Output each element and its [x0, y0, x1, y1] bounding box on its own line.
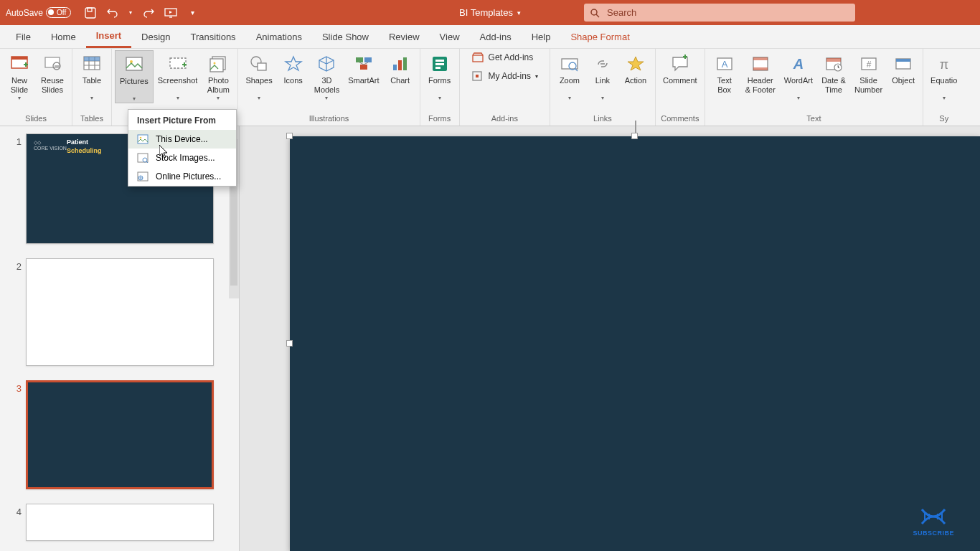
thumbnail-row[interactable]: 2 — [0, 258, 239, 366]
tab-add-ins[interactable]: Add-ins — [470, 25, 522, 48]
redo-icon[interactable] — [143, 6, 156, 19]
screenshot-button[interactable]: Screenshot▾ — [154, 50, 202, 102]
my-addins-button[interactable]: My Add-ins ▾ — [467, 69, 542, 83]
subscribe-badge[interactable]: SUBSCRIBE — [913, 507, 954, 537]
svg-rect-19 — [364, 57, 372, 62]
svg-rect-18 — [356, 57, 363, 62]
dropdown-item-online-pictures[interactable]: Online Pictures... — [128, 167, 236, 186]
document-title[interactable]: BI Templates ▾ — [459, 7, 521, 18]
resize-handle[interactable] — [286, 340, 293, 347]
dropdown-item-this-device[interactable]: This Device... — [128, 130, 236, 149]
table-button[interactable]: Table▾ — [75, 50, 108, 102]
slide-thumbnail[interactable] — [26, 504, 214, 541]
tab-insert[interactable]: Insert — [86, 25, 131, 48]
icons-button[interactable]: Icons — [277, 50, 310, 85]
photo-album-button[interactable]: Photo Album▾ — [202, 50, 235, 102]
group-illustrations: Shapes▾ Icons 3D Models▾ SmartArt Chart … — [238, 49, 420, 126]
group-label: Slides — [3, 114, 69, 124]
link-button[interactable]: Link▾ — [586, 50, 619, 102]
shapes-button[interactable]: Shapes▾ — [241, 50, 276, 102]
tab-transitions[interactable]: Transitions — [181, 25, 246, 48]
wordart-button[interactable]: A WordArt▾ — [780, 50, 817, 102]
svg-rect-47 — [138, 135, 148, 143]
comment-button[interactable]: Comment — [659, 50, 702, 85]
tab-animations[interactable]: Animations — [246, 25, 312, 48]
slide-number-button[interactable]: # Slide Number — [850, 50, 887, 95]
thumbnail-row[interactable]: 4 — [0, 504, 239, 541]
pictures-button[interactable]: Pictures▾ — [115, 50, 154, 103]
group-label: Links — [553, 114, 652, 124]
resize-handle[interactable] — [286, 133, 293, 139]
object-button[interactable]: Object — [887, 50, 920, 85]
tab-slide-show[interactable]: Slide Show — [312, 25, 379, 48]
menu-bar: File Home Insert Design Transitions Anim… — [0, 25, 980, 49]
svg-rect-1 — [88, 8, 92, 11]
tab-review[interactable]: Review — [379, 25, 430, 48]
svg-rect-36 — [753, 57, 768, 60]
equation-icon: π — [933, 53, 955, 75]
group-label: Text — [708, 114, 920, 124]
smartart-button[interactable]: SmartArt — [344, 50, 383, 85]
svg-text:#: # — [866, 60, 871, 70]
3d-models-button[interactable]: 3D Models▾ — [310, 50, 344, 102]
reuse-slides-button[interactable]: Reuse Slides — [36, 50, 69, 95]
svg-point-3 — [591, 9, 597, 15]
group-label: Sy — [926, 114, 961, 124]
equation-button[interactable]: π Equatio▾ — [926, 50, 961, 102]
dropdown-title: Insert Picture From — [128, 110, 236, 130]
slide-thumbnail[interactable] — [26, 258, 214, 366]
dropdown-item-stock-images[interactable]: Stock Images... — [128, 149, 236, 167]
autosave-toggle[interactable]: Off — [46, 7, 71, 18]
zoom-button[interactable]: Zoom▾ — [553, 50, 586, 102]
present-icon[interactable] — [164, 6, 177, 19]
tab-design[interactable]: Design — [131, 25, 180, 48]
thumbnail-row[interactable]: 3 — [0, 380, 239, 489]
new-slide-button[interactable]: New Slide▾ — [3, 50, 36, 102]
action-button[interactable]: Action — [619, 50, 652, 85]
svg-rect-22 — [398, 60, 402, 70]
svg-rect-23 — [403, 57, 407, 70]
tab-view[interactable]: View — [430, 25, 470, 48]
tab-file[interactable]: File — [6, 25, 41, 48]
chevron-down-icon: ▾ — [517, 9, 521, 17]
dna-icon — [918, 507, 949, 528]
group-label: Tables — [75, 114, 108, 124]
chevron-down-icon[interactable]: ▾ — [124, 6, 137, 19]
current-slide[interactable] — [290, 136, 980, 551]
addins-icon — [471, 70, 484, 82]
document-title-text: BI Templates — [459, 7, 513, 18]
search-icon — [590, 8, 600, 18]
text-box-button[interactable]: A Text Box — [708, 50, 741, 95]
forms-button[interactable]: Forms▾ — [423, 50, 456, 102]
tab-shape-format[interactable]: Shape Format — [560, 25, 639, 48]
dropdown-item-label: This Device... — [156, 134, 208, 144]
stock-images-icon — [137, 153, 149, 163]
qat-customize-icon[interactable]: ▾ — [186, 6, 199, 19]
title-bar: AutoSave Off ▾ ▾ BI Templates ▾ Search — [0, 0, 980, 25]
resize-handle[interactable] — [631, 133, 638, 139]
date-time-button[interactable]: Date & Time — [817, 50, 850, 95]
group-addins: Get Add-ins My Add-ins ▾ Add-ins — [460, 49, 550, 126]
svg-rect-28 — [473, 55, 483, 62]
slide-canvas[interactable] — [240, 126, 980, 551]
header-footer-button[interactable]: Header & Footer — [741, 50, 780, 95]
svg-point-48 — [140, 137, 142, 139]
cube-icon — [316, 53, 337, 75]
get-addins-button[interactable]: Get Add-ins — [467, 50, 542, 65]
slide-thumbnail[interactable] — [26, 380, 214, 489]
slide-thumbnails-panel[interactable]: 1 ◇◇CORE VISION Patient Scheduling 2 3 4 — [0, 126, 240, 551]
zoom-icon — [559, 53, 580, 75]
svg-text:A: A — [793, 56, 804, 72]
smartart-icon — [353, 53, 374, 75]
undo-icon[interactable] — [105, 6, 118, 19]
wordart-icon: A — [788, 53, 809, 75]
tab-home[interactable]: Home — [41, 25, 86, 48]
group-comments: Comment Comments — [656, 49, 705, 126]
search-input[interactable]: Search — [584, 4, 855, 22]
svg-rect-12 — [170, 58, 186, 68]
header-footer-icon — [750, 53, 771, 75]
save-icon[interactable] — [84, 6, 97, 19]
tab-help[interactable]: Help — [522, 25, 561, 48]
chart-button[interactable]: Chart — [384, 50, 417, 85]
rotation-handle[interactable] — [635, 121, 636, 133]
